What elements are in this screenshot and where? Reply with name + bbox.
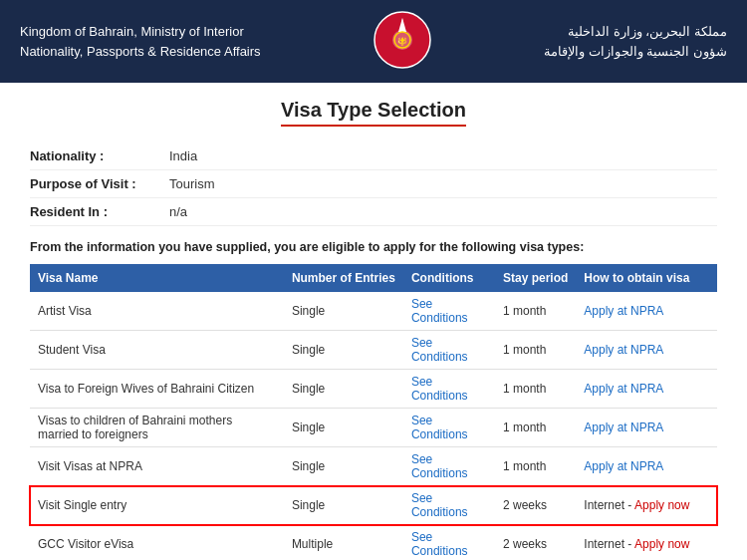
eligible-text: From the information you have supplied, … xyxy=(30,240,717,254)
page-title: Visa Type Selection xyxy=(281,99,466,127)
cell-conditions[interactable]: See Conditions xyxy=(403,292,495,331)
cell-how[interactable]: Internet - Apply now xyxy=(576,486,717,525)
cell-stay: 1 month xyxy=(495,292,576,331)
cell-entries: Single xyxy=(284,370,403,409)
conditions-link[interactable]: See Conditions xyxy=(411,452,468,480)
cell-stay: 2 weeks xyxy=(495,525,576,561)
how-link[interactable]: Apply at NPRA xyxy=(584,304,663,318)
cell-conditions[interactable]: See Conditions xyxy=(403,525,495,561)
col-how: How to obtain visa xyxy=(576,264,717,292)
header-right-line2: شؤون الجنسية والجوازات والإقامة xyxy=(544,42,727,62)
table-row[interactable]: Artist VisaSingleSee Conditions1 monthAp… xyxy=(30,292,717,331)
page-title-container: Visa Type Selection xyxy=(30,99,717,127)
col-visa-name: Visa Name xyxy=(30,264,284,292)
info-section: Nationality : India Purpose of Visit : T… xyxy=(30,142,717,226)
table-row[interactable]: Visit Visas at NPRASingleSee Conditions1… xyxy=(30,447,717,486)
cell-conditions[interactable]: See Conditions xyxy=(403,331,495,370)
cell-entries: Single xyxy=(284,486,403,525)
resident-label: Resident In : xyxy=(30,204,169,219)
visa-types-table: Visa Name Number of Entries Conditions S… xyxy=(30,264,717,560)
main-content: Visa Type Selection Nationality : India … xyxy=(0,83,747,560)
conditions-link[interactable]: See Conditions xyxy=(411,297,468,325)
conditions-link[interactable]: See Conditions xyxy=(411,491,468,519)
table-row[interactable]: Visas to children of Bahraini mothers ma… xyxy=(30,409,717,447)
nationality-row: Nationality : India xyxy=(30,142,717,170)
resident-row: Resident In : n/a xyxy=(30,198,717,226)
cell-how[interactable]: Apply at NPRA xyxy=(576,331,717,370)
cell-visa-name: Visit Visas at NPRA xyxy=(30,447,284,486)
cell-entries: Multiple xyxy=(284,525,403,561)
how-link[interactable]: Apply at NPRA xyxy=(584,459,663,473)
cell-stay: 1 month xyxy=(495,447,576,486)
cell-how[interactable]: Apply at NPRA xyxy=(576,370,717,409)
col-conditions: Conditions xyxy=(403,264,495,292)
cell-conditions[interactable]: See Conditions xyxy=(403,486,495,525)
table-body: Artist VisaSingleSee Conditions1 monthAp… xyxy=(30,292,717,560)
cell-visa-name: Student Visa xyxy=(30,331,284,370)
purpose-label: Purpose of Visit : xyxy=(30,176,169,191)
apply-now-link[interactable]: Apply now xyxy=(634,537,689,551)
table-header-row: Visa Name Number of Entries Conditions S… xyxy=(30,264,717,292)
cell-stay: 1 month xyxy=(495,370,576,409)
cell-how[interactable]: Apply at NPRA xyxy=(576,292,717,331)
header-right-line1: مملكة البحرين، وزارة الداخلية xyxy=(544,22,727,42)
conditions-link[interactable]: See Conditions xyxy=(411,530,468,558)
conditions-link[interactable]: See Conditions xyxy=(411,375,468,403)
header-left-line2: Nationality, Passports & Residence Affai… xyxy=(20,42,261,62)
cell-visa-name: Artist Visa xyxy=(30,292,284,331)
table-row[interactable]: GCC Visitor eVisaMultipleSee Conditions2… xyxy=(30,525,717,561)
apply-now-link[interactable]: Apply now xyxy=(634,498,689,512)
cell-entries: Single xyxy=(284,447,403,486)
purpose-row: Purpose of Visit : Tourism xyxy=(30,170,717,198)
cell-entries: Single xyxy=(284,292,403,331)
cell-stay: 1 month xyxy=(495,331,576,370)
nationality-value: India xyxy=(169,148,197,163)
cell-conditions[interactable]: See Conditions xyxy=(403,370,495,409)
table-row[interactable]: Visa to Foreign Wives of Bahraini Citize… xyxy=(30,370,717,409)
table-row[interactable]: Visit Single entrySingleSee Conditions2 … xyxy=(30,486,717,525)
cell-stay: 1 month xyxy=(495,409,576,447)
svg-text:✦: ✦ xyxy=(398,35,406,46)
nationality-label: Nationality : xyxy=(30,148,169,163)
cell-entries: Single xyxy=(284,409,403,447)
how-link[interactable]: Apply at NPRA xyxy=(584,420,663,434)
cell-how[interactable]: Apply at NPRA xyxy=(576,447,717,486)
cell-visa-name: GCC Visitor eVisa xyxy=(30,525,284,561)
header-right: مملكة البحرين، وزارة الداخلية شؤون الجنس… xyxy=(544,22,727,61)
cell-visa-name: Visa to Foreign Wives of Bahraini Citize… xyxy=(30,370,284,409)
cell-how[interactable]: Apply at NPRA xyxy=(576,409,717,447)
cell-how[interactable]: Internet - Apply now xyxy=(576,525,717,561)
cell-conditions[interactable]: See Conditions xyxy=(403,409,495,447)
cell-conditions[interactable]: See Conditions xyxy=(403,447,495,486)
resident-value: n/a xyxy=(169,204,187,219)
col-stay: Stay period xyxy=(495,264,576,292)
col-entries: Number of Entries xyxy=(284,264,403,292)
table-row[interactable]: Student VisaSingleSee Conditions1 monthA… xyxy=(30,331,717,370)
cell-stay: 2 weeks xyxy=(495,486,576,525)
purpose-value: Tourism xyxy=(169,176,215,191)
conditions-link[interactable]: See Conditions xyxy=(411,414,468,441)
header-left-line1: Kingdom of Bahrain, Ministry of Interior xyxy=(20,22,261,42)
conditions-link[interactable]: See Conditions xyxy=(411,336,468,364)
cell-visa-name: Visit Single entry xyxy=(30,486,284,525)
how-link[interactable]: Apply at NPRA xyxy=(584,343,663,357)
how-link[interactable]: Apply at NPRA xyxy=(584,382,663,396)
bahrain-emblem-icon: 🔱 ✦ xyxy=(373,10,432,70)
cell-visa-name: Visas to children of Bahraini mothers ma… xyxy=(30,409,284,447)
header-logo-container: 🔱 ✦ xyxy=(373,10,432,73)
table-header: Visa Name Number of Entries Conditions S… xyxy=(30,264,717,292)
header: Kingdom of Bahrain, Ministry of Interior… xyxy=(0,0,747,83)
header-left: Kingdom of Bahrain, Ministry of Interior… xyxy=(20,22,261,61)
cell-entries: Single xyxy=(284,331,403,370)
